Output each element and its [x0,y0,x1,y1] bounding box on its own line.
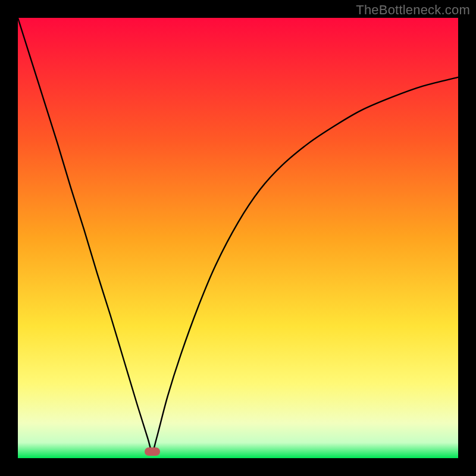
bottleneck-curve [18,18,458,458]
chart-frame: TheBottleneck.com [0,0,476,476]
optimal-marker [145,447,160,456]
plot-area [18,18,458,458]
watermark-text: TheBottleneck.com [356,2,470,18]
